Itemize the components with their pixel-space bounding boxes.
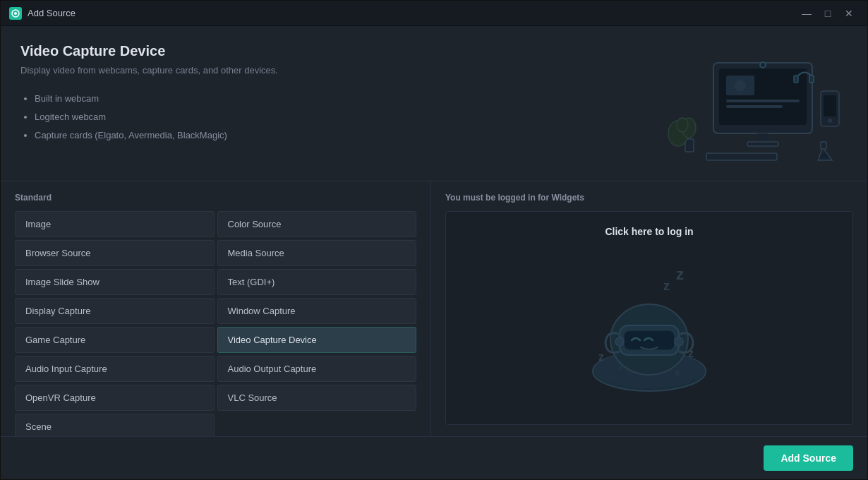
feature-item-logitech: Logitech webcam xyxy=(35,108,636,126)
source-item-video-capture-device[interactable]: Video Capture Device xyxy=(217,327,417,353)
svg-rect-12 xyxy=(706,153,777,160)
device-info-section: Video Capture Device Display video from … xyxy=(1,26,867,181)
svg-point-19 xyxy=(828,119,832,123)
svg-point-16 xyxy=(677,118,688,132)
feature-item-webcam: Built in webcam xyxy=(35,90,636,108)
svg-rect-20 xyxy=(794,76,798,83)
svg-point-33 xyxy=(619,366,623,370)
device-features-list: Built in webcam Logitech webcam Capture … xyxy=(20,90,636,145)
svg-point-7 xyxy=(735,80,746,91)
svg-text:z: z xyxy=(688,347,694,359)
source-item-audio-input-capture[interactable]: Audio Input Capture xyxy=(15,356,215,382)
source-item-vlc-source[interactable]: VLC Source xyxy=(217,385,417,411)
device-info-left: Video Capture Device Display video from … xyxy=(20,43,636,167)
widgets-label: You must be logged in for Widgets xyxy=(445,193,853,203)
svg-point-31 xyxy=(615,337,624,346)
device-description: Display video from webcams, capture card… xyxy=(20,65,636,76)
window-title: Add Source xyxy=(28,8,797,18)
source-item-openvr-capture[interactable]: OpenVR Capture xyxy=(15,385,215,411)
source-item-browser-source[interactable]: Browser Source xyxy=(15,240,215,266)
svg-point-11 xyxy=(761,64,764,66)
source-item-image[interactable]: Image xyxy=(15,211,215,237)
source-item-game-capture[interactable]: Game Capture xyxy=(15,327,215,353)
widgets-content-area: Click here to log in z z xyxy=(445,211,853,425)
svg-text:z: z xyxy=(676,265,684,283)
svg-point-32 xyxy=(675,337,683,346)
svg-point-34 xyxy=(675,370,680,376)
standard-label: Standard xyxy=(15,193,416,203)
close-button[interactable]: ✕ xyxy=(839,4,859,23)
sleeping-mascot-illustration: z z xyxy=(572,258,727,400)
svg-point-1 xyxy=(14,12,17,15)
device-title: Video Capture Device xyxy=(20,43,636,59)
feature-item-capture-cards: Capture cards (Elgato, Avermedia, BlackM… xyxy=(35,126,636,145)
source-item-media-source[interactable]: Media Source xyxy=(217,240,417,266)
sources-panel: Standard Image Color Source Browser Sour… xyxy=(1,181,431,436)
svg-point-23 xyxy=(821,154,828,158)
app-icon xyxy=(9,7,22,20)
svg-rect-8 xyxy=(726,100,800,102)
main-content: Video Capture Device Display video from … xyxy=(1,26,867,436)
svg-text:z: z xyxy=(598,351,604,363)
add-source-button[interactable]: Add Source xyxy=(764,445,853,471)
main-window: Add Source — □ ✕ Video Capture Device Di… xyxy=(0,0,868,480)
bottom-section: Standard Image Color Source Browser Sour… xyxy=(1,181,867,436)
source-item-display-capture[interactable]: Display Capture xyxy=(15,298,215,324)
source-item-scene[interactable]: Scene xyxy=(15,414,215,436)
source-item-window-capture[interactable]: Window Capture xyxy=(217,298,417,324)
window-controls: — □ ✕ xyxy=(797,4,859,23)
svg-text:z: z xyxy=(663,279,670,293)
footer: Add Source xyxy=(1,436,867,479)
widgets-panel: You must be logged in for Widgets Click … xyxy=(431,181,867,436)
source-item-image-slide-show[interactable]: Image Slide Show xyxy=(15,269,215,295)
svg-rect-5 xyxy=(747,142,778,146)
sources-grid: Image Color Source Browser Source Media … xyxy=(15,211,416,436)
svg-rect-18 xyxy=(824,95,836,116)
login-link[interactable]: Click here to log in xyxy=(605,226,693,237)
maximize-button[interactable]: □ xyxy=(818,4,838,23)
device-illustration-area xyxy=(636,43,848,167)
svg-rect-21 xyxy=(809,76,814,83)
source-item-audio-output-capture[interactable]: Audio Output Capture xyxy=(217,356,417,382)
svg-rect-9 xyxy=(726,105,783,108)
device-illustration xyxy=(643,49,840,162)
source-item-text-gdi[interactable]: Text (GDI+) xyxy=(217,269,417,295)
svg-rect-22 xyxy=(821,142,826,149)
source-item-color-source[interactable]: Color Source xyxy=(217,211,417,237)
minimize-button[interactable]: — xyxy=(797,4,816,23)
titlebar: Add Source — □ ✕ xyxy=(1,1,867,26)
